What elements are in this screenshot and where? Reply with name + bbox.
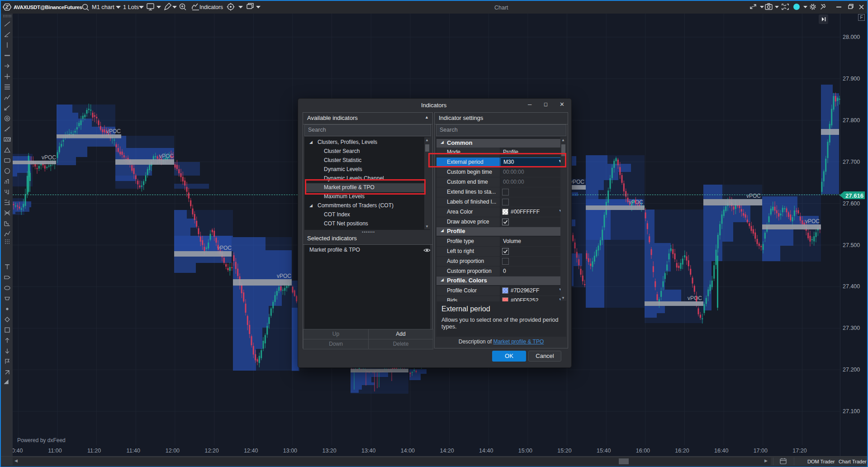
svg-text:AVAXUSDT@BinanceFutures: AVAXUSDT@BinanceFutures [14,5,82,10]
svg-text:27.700: 27.700 [843,159,860,165]
svg-text:15:20: 15:20 [557,448,571,454]
svg-text:28.000: 28.000 [843,34,860,40]
svg-text:16:20: 16:20 [675,448,689,454]
svg-text:12:00: 12:00 [166,448,180,454]
svg-text:27.900: 27.900 [843,76,860,82]
svg-text:16:40: 16:40 [714,448,728,454]
svg-text:Chart: Chart [494,5,508,11]
svg-text:11:20: 11:20 [87,448,101,454]
svg-text:13:20: 13:20 [322,448,336,454]
svg-text:27.100: 27.100 [843,408,860,415]
svg-text:vPOC: vPOC [217,245,232,251]
svg-text:27.800: 27.800 [843,117,860,124]
svg-text:15:00: 15:00 [518,448,532,454]
svg-text:11:00: 11:00 [48,448,62,454]
svg-text:27.200: 27.200 [843,367,860,373]
svg-text:17:00: 17:00 [754,448,768,454]
svg-text:13:00: 13:00 [283,448,297,454]
svg-text:27.400: 27.400 [843,283,860,290]
svg-text:15:40: 15:40 [597,448,611,454]
svg-text:vPOC: vPOC [277,273,291,279]
svg-text:11:40: 11:40 [127,448,140,454]
svg-text:14:20: 14:20 [440,448,454,454]
svg-text:Indicators: Indicators [199,4,223,10]
svg-text:12:20: 12:20 [204,448,218,454]
svg-text:27.500: 27.500 [843,242,860,248]
svg-text:16:00: 16:00 [636,448,650,454]
svg-text:1 Lots: 1 Lots [123,4,139,10]
svg-text:14:40: 14:40 [479,448,493,454]
svg-text:14:00: 14:00 [401,448,415,454]
svg-text:17:20: 17:20 [792,448,806,454]
svg-text:vPOC: vPOC [805,218,820,224]
svg-text:vPOC: vPOC [42,154,56,161]
svg-text:M1 chart: M1 chart [92,4,114,10]
svg-text:27.300: 27.300 [843,325,860,331]
svg-text:Powered by dxFeed: Powered by dxFeed [17,437,66,443]
svg-text:vPOC: vPOC [746,193,761,199]
svg-text:vPOC: vPOC [570,179,584,185]
svg-text:13:40: 13:40 [361,448,375,454]
svg-text:12:40: 12:40 [244,448,258,454]
svg-text:27.616: 27.616 [845,192,863,199]
svg-text:vPOC: vPOC [688,295,702,301]
svg-text:27.600: 27.600 [843,200,860,207]
